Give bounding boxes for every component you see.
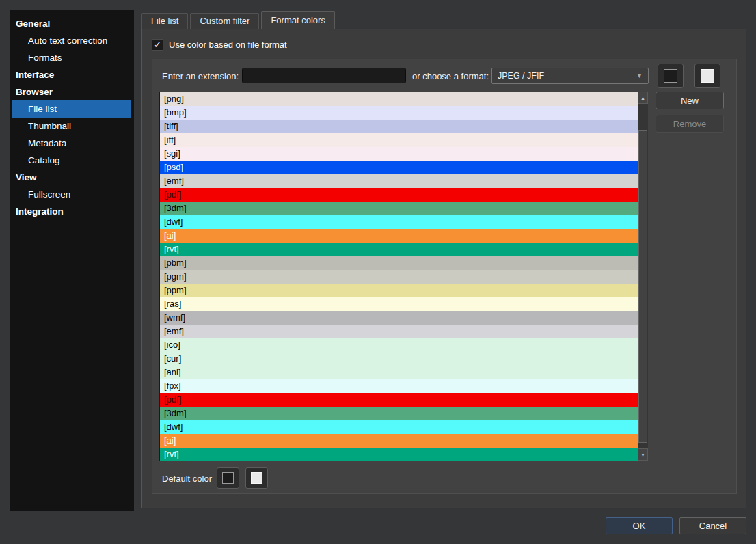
ok-button[interactable]: OK bbox=[606, 517, 673, 534]
default-text-color-swatch bbox=[222, 472, 234, 484]
format-list-item[interactable]: [bmp] bbox=[160, 106, 638, 120]
format-list-item[interactable]: [wmf] bbox=[160, 311, 638, 325]
check-icon: ✓ bbox=[154, 40, 161, 50]
format-list-item[interactable]: [png] bbox=[160, 92, 638, 106]
use-color-checkbox[interactable]: ✓ bbox=[152, 39, 163, 51]
format-list-item[interactable]: [dwf] bbox=[160, 215, 638, 229]
sidebar-item-view[interactable]: View bbox=[12, 169, 131, 186]
format-list-item[interactable]: [rvt] bbox=[160, 243, 638, 256]
tab-custom-filter[interactable]: Custom filter bbox=[190, 13, 259, 29]
sidebar-item-formats[interactable]: Formats bbox=[12, 49, 131, 66]
format-list-item[interactable]: [pdf] bbox=[160, 393, 638, 407]
format-list-item[interactable]: [rvt] bbox=[160, 448, 638, 461]
chevron-down-icon: ▼ bbox=[636, 72, 643, 79]
cancel-button[interactable]: Cancel bbox=[679, 517, 746, 534]
list-scrollbar[interactable]: ▲ ▼ bbox=[638, 92, 648, 461]
scrollbar-thumb[interactable] bbox=[638, 130, 647, 443]
new-button[interactable]: New bbox=[656, 92, 724, 109]
tab-bar: File listCustom filterFormat colors bbox=[141, 11, 337, 29]
format-list-item[interactable]: [ai] bbox=[160, 229, 638, 243]
settings-window: GeneralAuto text correctionFormatsInterf… bbox=[0, 0, 756, 544]
format-list-item[interactable]: [3dm] bbox=[160, 202, 638, 215]
extension-input[interactable] bbox=[242, 68, 406, 83]
default-background-color-swatch bbox=[251, 472, 262, 484]
format-list-item[interactable]: [iff] bbox=[160, 133, 638, 147]
format-list-item[interactable]: [tiff] bbox=[160, 120, 638, 133]
tab-file-list[interactable]: File list bbox=[141, 13, 188, 29]
sidebar-item-metadata[interactable]: Metadata bbox=[12, 135, 131, 152]
format-list-item[interactable]: [ppm] bbox=[160, 284, 638, 297]
sidebar: GeneralAuto text correctionFormatsInterf… bbox=[10, 10, 134, 511]
format-list-item[interactable]: [pgm] bbox=[160, 270, 638, 284]
format-list-item[interactable]: [ai] bbox=[160, 434, 638, 448]
tab-format-colors[interactable]: Format colors bbox=[261, 11, 334, 29]
text-color-swatch-button[interactable] bbox=[658, 64, 684, 88]
sidebar-item-browser[interactable]: Browser bbox=[12, 83, 131, 100]
sidebar-item-fullscreen[interactable]: Fullscreen bbox=[12, 186, 131, 203]
extension-label: Enter an extension: bbox=[162, 71, 239, 81]
sidebar-item-thumbnail[interactable]: Thumbnail bbox=[12, 118, 131, 135]
text-color-swatch bbox=[664, 69, 677, 83]
format-list-item[interactable]: [cur] bbox=[160, 352, 638, 366]
format-list-item[interactable]: [emf] bbox=[160, 325, 638, 338]
sidebar-item-integration[interactable]: Integration bbox=[12, 203, 131, 220]
default-text-color-swatch-button[interactable] bbox=[217, 467, 239, 489]
format-list-item[interactable]: [dwf] bbox=[160, 420, 638, 434]
format-list-item[interactable]: [pbm] bbox=[160, 256, 638, 270]
background-color-swatch bbox=[701, 69, 714, 83]
sidebar-item-auto-text-correction[interactable]: Auto text correction bbox=[12, 32, 131, 49]
sidebar-item-interface[interactable]: Interface bbox=[12, 66, 131, 83]
use-color-checkbox-label: Use color based on file format bbox=[169, 40, 287, 50]
format-label: or choose a format: bbox=[412, 71, 489, 81]
format-list: [png][bmp][tiff][iff][sgi][psd][emf][pdf… bbox=[159, 92, 638, 461]
format-list-item[interactable]: [pdf] bbox=[160, 188, 638, 202]
format-list-item[interactable]: [sgi] bbox=[160, 147, 638, 161]
format-list-item[interactable]: [ras] bbox=[160, 297, 638, 311]
sidebar-item-file-list[interactable]: File list bbox=[12, 100, 131, 118]
scroll-up-button[interactable]: ▲ bbox=[638, 92, 648, 104]
format-dropdown[interactable]: JPEG / JFIF ▼ bbox=[491, 68, 649, 84]
default-background-color-swatch-button[interactable] bbox=[245, 467, 268, 489]
sidebar-item-general[interactable]: General bbox=[12, 15, 131, 32]
format-list-item[interactable]: [ani] bbox=[160, 366, 638, 379]
format-list-item[interactable]: [emf] bbox=[160, 174, 638, 188]
remove-button[interactable]: Remove bbox=[656, 115, 724, 133]
background-color-swatch-button[interactable] bbox=[694, 64, 720, 88]
format-list-item[interactable]: [fpx] bbox=[160, 379, 638, 393]
default-color-label: Default color bbox=[162, 474, 212, 484]
format-dropdown-value: JPEG / JFIF bbox=[498, 71, 544, 81]
use-color-checkbox-row: ✓ Use color based on file format bbox=[152, 39, 287, 51]
scroll-down-button[interactable]: ▼ bbox=[638, 448, 648, 461]
sidebar-item-catalog[interactable]: Catalog bbox=[12, 152, 131, 169]
format-list-item[interactable]: [3dm] bbox=[160, 407, 638, 420]
format-list-item[interactable]: [ico] bbox=[160, 338, 638, 352]
format-list-item[interactable]: [psd] bbox=[160, 161, 638, 174]
